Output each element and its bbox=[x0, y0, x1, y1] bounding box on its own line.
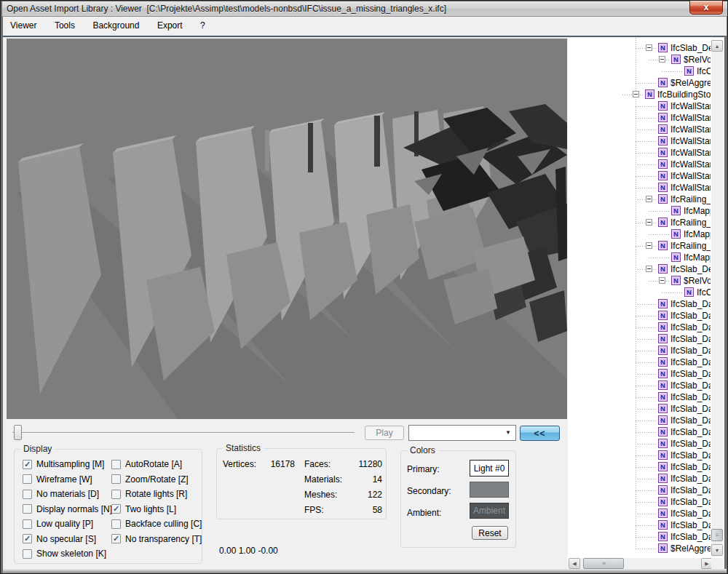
tree-node-ifcslab_dac[interactable]: NIfcSlab_Dac bbox=[568, 473, 711, 485]
tree-node-label[interactable]: IfcC bbox=[697, 65, 711, 77]
ambient-color-button[interactable]: Ambient bbox=[470, 503, 509, 519]
tree-node-label[interactable]: IfcSlab_Dac bbox=[670, 403, 711, 415]
tree-node-ifcmapp[interactable]: NIfcMapp bbox=[568, 228, 711, 240]
tree-node-label[interactable]: IfcMapp bbox=[684, 228, 711, 240]
tree-node-label[interactable]: IfcWallStan bbox=[670, 147, 711, 159]
tree-node-ifcc[interactable]: NIfcC bbox=[568, 65, 711, 77]
tree-node--relaggreg[interactable]: N$RelAggreg bbox=[568, 77, 711, 89]
tree-node-label[interactable]: IfcSlab_Dac bbox=[670, 473, 711, 485]
tree-node-label[interactable]: $RelVoi bbox=[684, 54, 711, 65]
tree-node-ifcslab_dac[interactable]: NIfcSlab_Dac bbox=[568, 310, 711, 322]
menu-item-viewer[interactable]: Viewer bbox=[3, 17, 44, 34]
vertical-scroll-thumb[interactable]: ≡ bbox=[711, 529, 723, 541]
tree-node-ifcwallstan[interactable]: NIfcWallStan bbox=[568, 170, 711, 182]
tree-node-ifcrailing_g[interactable]: NIfcRailing_G bbox=[568, 240, 711, 252]
tree-node-ifcslab_dec[interactable]: NIfcSlab_Dec bbox=[568, 263, 711, 275]
expander-minus-icon[interactable] bbox=[659, 56, 665, 63]
tree-node-ifcmapp[interactable]: NIfcMapp bbox=[568, 205, 711, 217]
tree-node-ifcslab_dac[interactable]: NIfcSlab_Dac bbox=[568, 415, 711, 426]
tree-node-ifcslab_dac[interactable]: NIfcSlab_Dac bbox=[568, 438, 711, 450]
tree-node-label[interactable]: IfcMapp bbox=[684, 205, 711, 217]
tree-node-label[interactable]: IfcSlab_Dac bbox=[670, 322, 711, 333]
tree-node-ifcwallstan[interactable]: NIfcWallStan bbox=[568, 124, 711, 135]
menu-item-export[interactable]: Export bbox=[150, 17, 190, 34]
tree-node-ifcslab_dac[interactable]: NIfcSlab_Dac bbox=[568, 403, 711, 415]
expander-minus-icon[interactable] bbox=[646, 196, 652, 202]
tree-node-ifcslab_dac[interactable]: NIfcSlab_Dac bbox=[568, 519, 711, 531]
checkbox-checked-icon[interactable]: ✓ bbox=[111, 504, 121, 514]
checkbox-autorotate-a-[interactable]: AutoRotate [A] bbox=[111, 457, 202, 472]
tree-node-ifcslab_dac[interactable]: NIfcSlab_Dac bbox=[568, 508, 711, 519]
tree-node-ifcslab_dac[interactable]: NIfcSlab_Dac bbox=[568, 461, 711, 473]
menu-item-background[interactable]: Background bbox=[85, 17, 146, 34]
tree-node-label[interactable]: IfcSlab_Dac bbox=[670, 356, 711, 368]
checkbox-unchecked-icon[interactable] bbox=[23, 490, 32, 499]
checkbox-multisampling-m-[interactable]: ✓Multisampling [M] bbox=[23, 457, 112, 472]
tree-node-ifcslab_dac[interactable]: NIfcSlab_Dac bbox=[568, 450, 711, 461]
checkbox-checked-icon[interactable]: ✓ bbox=[23, 534, 32, 543]
tree-node-ifcslab_dac[interactable]: NIfcSlab_Dac bbox=[568, 485, 711, 496]
tree-node-label[interactable]: IfcMapp bbox=[684, 252, 711, 263]
tree-node-label[interactable]: IfcSlab_Dec bbox=[670, 263, 711, 275]
expander-minus-icon[interactable] bbox=[646, 266, 652, 272]
tree-node-label[interactable]: IfcSlab_Dac bbox=[670, 450, 711, 461]
tree-node-label[interactable]: $RelAggreg bbox=[670, 543, 711, 554]
tree-node-ifcslab_dac[interactable]: NIfcSlab_Dac bbox=[568, 298, 711, 310]
checkbox-unchecked-icon[interactable] bbox=[23, 474, 32, 484]
tree-node-label[interactable]: IfcWallStan bbox=[670, 159, 711, 170]
tree-node-ifcwallstan[interactable]: NIfcWallStan bbox=[568, 135, 711, 147]
tree-node-ifcslab_dac[interactable]: NIfcSlab_Dac bbox=[568, 368, 711, 380]
close-button[interactable]: x bbox=[689, 1, 723, 15]
tree-node-label[interactable]: IfcSlab_Dac bbox=[670, 461, 711, 473]
scroll-up-icon[interactable]: ▲ bbox=[711, 40, 723, 52]
tree-node-label[interactable]: IfcWallStan bbox=[670, 100, 711, 112]
tree-node-ifcslab_dac[interactable]: NIfcSlab_Dac bbox=[568, 531, 711, 543]
checkbox-checked-icon[interactable]: ✓ bbox=[111, 534, 121, 543]
tree-node-ifcslab_dac[interactable]: NIfcSlab_Dac bbox=[568, 391, 711, 403]
tree-node-ifcwallstan[interactable]: NIfcWallStan bbox=[568, 100, 711, 112]
checkbox-wireframe-w-[interactable]: Wireframe [W] bbox=[23, 472, 112, 487]
checkbox-no-specular-s-[interactable]: ✓No specular [S] bbox=[23, 532, 112, 547]
tree-node--relvoi[interactable]: N$RelVoi bbox=[568, 275, 711, 287]
tree-node-label[interactable]: IfcSlab_Dac bbox=[670, 380, 711, 391]
checkbox-two-lights-l-[interactable]: ✓Two lights [L] bbox=[111, 502, 202, 517]
tree-node-label[interactable]: IfcRailing_G bbox=[670, 240, 711, 252]
tree-node-label[interactable]: IfcWallStan bbox=[670, 170, 711, 182]
reset-colors-button[interactable]: Reset bbox=[472, 526, 508, 540]
tree-node-label[interactable]: IfcWallStan bbox=[670, 135, 711, 147]
horizontal-scroll-thumb[interactable]: ≡ bbox=[583, 558, 624, 569]
tree-node-label[interactable]: IfcSlab_Dac bbox=[670, 391, 711, 403]
menu-item-tools[interactable]: Tools bbox=[47, 17, 82, 34]
checkbox-low-quality-p-[interactable]: Low quality [P] bbox=[23, 517, 112, 532]
tree-node-label[interactable]: $RelAggreg bbox=[670, 77, 711, 89]
tree-node-ifcslab_dac[interactable]: NIfcSlab_Dac bbox=[568, 322, 711, 333]
checkbox-no-transparency-t-[interactable]: ✓No transparency [T] bbox=[111, 532, 202, 547]
tree-node-ifcslab_dac[interactable]: NIfcSlab_Dac bbox=[568, 345, 711, 356]
viewport-3d[interactable] bbox=[7, 39, 567, 419]
tree-node-label[interactable]: IfcWallStan bbox=[670, 112, 711, 124]
expander-minus-icon[interactable] bbox=[646, 219, 652, 226]
tree-node-ifcwallstan[interactable]: NIfcWallStan bbox=[568, 112, 711, 124]
collapse-panel-button[interactable]: << bbox=[520, 426, 560, 441]
checkbox-rotate-lights-r-[interactable]: Rotate lights [R] bbox=[111, 487, 202, 502]
animation-combobox[interactable]: ▼ bbox=[408, 425, 516, 441]
play-button[interactable]: Play bbox=[365, 426, 404, 440]
tree-node-label[interactable]: IfcSlab_Dac bbox=[670, 310, 711, 322]
checkbox-unchecked-icon[interactable] bbox=[111, 474, 121, 484]
checkbox-unchecked-icon[interactable] bbox=[23, 549, 32, 559]
tree-node-label[interactable]: $RelVoi bbox=[684, 275, 711, 287]
tree-node-label[interactable]: IfcSlab_Dac bbox=[670, 496, 711, 508]
tree-node-label[interactable]: IfcRailing_G bbox=[670, 194, 711, 205]
tree-node--relaggreg[interactable]: N$RelAggreg bbox=[568, 543, 711, 554]
tree-node-ifcslab_dac[interactable]: NIfcSlab_Dac bbox=[568, 356, 711, 368]
checkbox-checked-icon[interactable]: ✓ bbox=[23, 460, 32, 469]
tree-node-ifcslab_dec[interactable]: NIfcSlab_Dec bbox=[568, 42, 711, 54]
timeline-slider[interactable] bbox=[7, 421, 359, 442]
tree-horizontal-scrollbar[interactable]: ◀ ≡ ▶ bbox=[569, 558, 713, 569]
checkbox-zoom-rotate-z-[interactable]: Zoom/Rotate [Z] bbox=[111, 472, 202, 487]
slider-track[interactable] bbox=[12, 432, 355, 434]
tree-node-label[interactable]: IfcSlab_Dac bbox=[670, 508, 711, 519]
checkbox-show-skeleton-k-[interactable]: Show skeleton [K] bbox=[23, 546, 112, 562]
checkbox-unchecked-icon[interactable] bbox=[111, 519, 121, 529]
checkbox-unchecked-icon[interactable] bbox=[23, 519, 32, 529]
